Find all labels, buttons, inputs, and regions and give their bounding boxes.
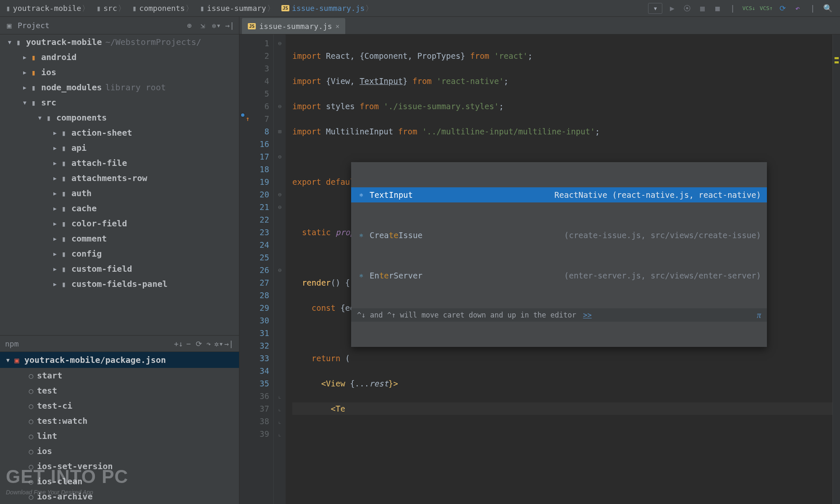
fold-toggle[interactable]: ⌞ (274, 428, 286, 440)
fold-toggle[interactable]: ⊖ (274, 188, 286, 201)
npm-script-ios-archive[interactable]: ○ios-archive (0, 489, 239, 504)
tab-issue-summary[interactable]: JS issue-summary.js × (242, 18, 345, 34)
fold-toggle[interactable]: ⊖ (274, 100, 286, 113)
autocomplete-item[interactable]: ⚛ TextInput ReactNative (react-native.js… (351, 187, 767, 202)
crumb-components[interactable]: ▮components〉 (130, 3, 197, 14)
fold-toggle[interactable] (274, 339, 286, 352)
autocomplete-item[interactable]: ⚛ EnterServer (enter-server.js, src/view… (351, 268, 767, 283)
code-editor[interactable]: import React, {Component, PropTypes} fro… (286, 34, 832, 504)
npm-stop-icon[interactable]: ↷ (204, 339, 214, 349)
tree-item-action-sheet[interactable]: ▶ ▮ action-sheet (0, 125, 239, 140)
tree-item-youtrack-mobile[interactable]: ▼ ▮ youtrack-mobile~/WebstormProjects/ (0, 34, 239, 50)
npm-hide-icon[interactable]: →| (224, 339, 234, 349)
npm-script-test-ci[interactable]: ○test-ci (0, 398, 239, 413)
locate-icon[interactable]: ⊕ (184, 21, 194, 31)
npm-script-ios-clean[interactable]: ○ios-clean (0, 474, 239, 489)
run-config-dropdown[interactable]: ▾ (648, 3, 662, 14)
fold-toggle[interactable] (274, 226, 286, 239)
tree-item-android[interactable]: ▶ ▮ android (0, 50, 239, 65)
npm-script-test:watch[interactable]: ○test:watch (0, 413, 239, 428)
npm-script-test[interactable]: ○test (0, 383, 239, 398)
npm-script-start[interactable]: ○start (0, 368, 239, 383)
fold-toggle[interactable] (274, 163, 286, 176)
debug-icon[interactable]: ⦿ (682, 3, 693, 14)
run-icon[interactable]: ▶ (667, 3, 677, 14)
tree-item-node_modules[interactable]: ▶ ▮ node_moduleslibrary root (0, 80, 239, 95)
warning-marker[interactable] (835, 61, 839, 63)
npm-root[interactable]: ▼ ▣ youtrack-mobile/package.json (0, 352, 239, 368)
fold-toggle[interactable]: ⊖ (274, 37, 286, 50)
error-stripe[interactable] (832, 34, 840, 504)
search-icon[interactable]: 🔍 (822, 3, 833, 14)
fold-toggle[interactable] (274, 352, 286, 365)
tree-item-ios[interactable]: ▶ ▮ ios (0, 65, 239, 80)
fold-toggle[interactable]: ⊖ (274, 264, 286, 276)
tree-item-comment[interactable]: ▶ ▮ comment (0, 231, 239, 246)
fold-toggle[interactable] (274, 62, 286, 75)
fold-toggle[interactable] (274, 276, 286, 289)
pi-icon[interactable]: π (757, 309, 761, 321)
tree-item-attach-file[interactable]: ▶ ▮ attach-file (0, 155, 239, 171)
tree-item-attachments-row[interactable]: ▶ ▮ attachments-row (0, 171, 239, 186)
crumb-src[interactable]: ▮src〉 (94, 3, 129, 14)
tree-item-color-field[interactable]: ▶ ▮ color-field (0, 216, 239, 231)
vcs-checkout-icon[interactable]: VCS↓ (742, 5, 755, 11)
vcs-commit-icon[interactable]: VCS↑ (760, 5, 773, 11)
stop-icon[interactable]: ■ (712, 3, 723, 14)
project-panel-title: Project (18, 21, 181, 30)
override-marker-icon[interactable]: ↑ (240, 113, 251, 125)
fold-toggle[interactable] (274, 50, 286, 62)
fold-toggle[interactable]: ⊖ (274, 150, 286, 163)
fold-toggle[interactable] (274, 176, 286, 188)
tree-item-src[interactable]: ▼ ▮ src (0, 95, 239, 110)
tree-item-components[interactable]: ▼ ▮ components (0, 110, 239, 125)
warning-marker[interactable] (835, 57, 839, 59)
tree-item-custom-field[interactable]: ▶ ▮ custom-field (0, 261, 239, 276)
collapse-icon[interactable]: ⇲ (198, 21, 208, 31)
tree-item-api[interactable]: ▶ ▮ api (0, 140, 239, 155)
tree-item-config[interactable]: ▶ ▮ config (0, 246, 239, 261)
fold-toggle[interactable]: ⌞ (274, 402, 286, 415)
expand-icon: ▶ (51, 236, 59, 242)
autocomplete-item[interactable]: ⚛ CreateIssue (create-issue.js, src/view… (351, 228, 767, 243)
fold-toggle[interactable] (274, 251, 286, 264)
tree-item-cache[interactable]: ▶ ▮ cache (0, 201, 239, 216)
line-number: 27 (239, 276, 269, 289)
hint-link[interactable]: >> (583, 309, 591, 321)
tree-item-auth[interactable]: ▶ ▮ auth (0, 186, 239, 201)
npm-script-lint[interactable]: ○lint (0, 428, 239, 444)
fold-toggle[interactable] (274, 314, 286, 327)
fold-toggle[interactable] (274, 213, 286, 226)
fold-toggle[interactable] (274, 365, 286, 377)
undo-icon[interactable]: ↶ (792, 3, 803, 14)
sync-icon[interactable]: ⟳ (777, 3, 788, 14)
fold-toggle[interactable] (274, 138, 286, 150)
fold-toggle[interactable] (274, 75, 286, 87)
npm-script-ios[interactable]: ○ios (0, 444, 239, 459)
fold-toggle[interactable] (274, 377, 286, 390)
crumb-issue-summary[interactable]: ▮issue-summary〉 (197, 3, 278, 14)
settings-icon[interactable]: ✲▾ (211, 21, 221, 31)
fold-toggle[interactable] (274, 327, 286, 339)
npm-script-ios-set-version[interactable]: ○ios-set-version (0, 459, 239, 474)
fold-toggle[interactable]: ⌞ (274, 390, 286, 402)
fold-toggle[interactable] (274, 87, 286, 100)
coverage-icon[interactable]: ▦ (697, 3, 708, 14)
fold-toggle[interactable]: ⊞ (274, 125, 286, 138)
npm-settings-icon[interactable]: ✲▾ (214, 339, 224, 349)
crumb-youtrack-mobile[interactable]: ▮youtrack-mobile〉 (3, 3, 93, 14)
fold-toggle[interactable] (274, 113, 286, 125)
fold-toggle[interactable]: ⊖ (274, 201, 286, 213)
npm-add-icon[interactable]: +↓ (173, 339, 184, 349)
close-icon[interactable]: × (336, 22, 340, 30)
tree-item-custom-fields-panel[interactable]: ▶ ▮ custom-fields-panel (0, 276, 239, 291)
npm-remove-icon[interactable]: − (184, 339, 194, 349)
fold-toggle[interactable]: ⌞ (274, 415, 286, 428)
crumb-file[interactable]: JSissue-summary.js〉 (279, 3, 377, 14)
fold-toggle[interactable] (274, 239, 286, 251)
fold-toggle[interactable] (274, 302, 286, 314)
hide-icon[interactable]: →| (225, 21, 235, 31)
fold-toggle[interactable] (274, 289, 286, 302)
npm-run-icon[interactable]: ⟳ (194, 339, 204, 349)
expand-icon: ▶ (51, 145, 59, 151)
